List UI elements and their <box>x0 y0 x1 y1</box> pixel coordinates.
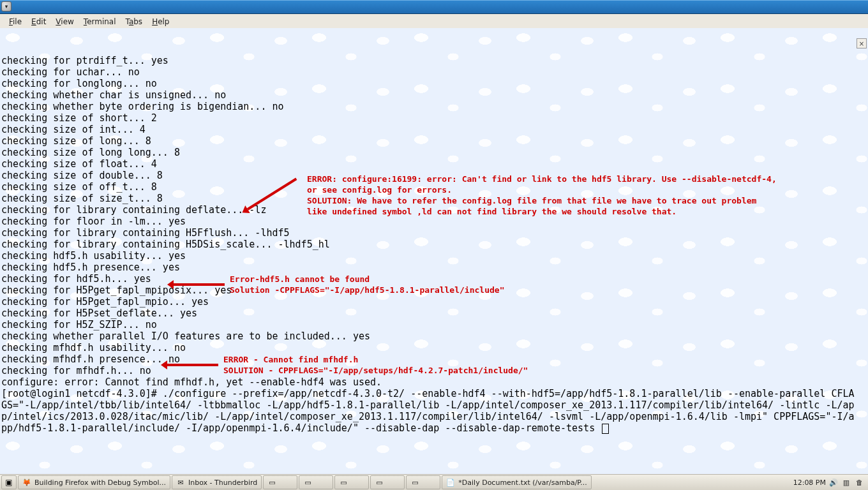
terminal-line: checking for longlong... no <box>1 78 857 89</box>
window-titlebar: ▾ <box>0 0 868 14</box>
system-tray: 12:08 PM 🔊 ▥ 🗑 <box>793 477 867 487</box>
terminal-line: checking size of int... 4 <box>1 124 857 135</box>
show-desktop-button[interactable]: ▣ <box>1 475 17 489</box>
menu-terminal[interactable]: Terminal <box>80 16 120 27</box>
menu-file[interactable]: File <box>5 16 26 27</box>
terminal-line: checking for library containing H5DSis_s… <box>1 239 857 250</box>
taskbar-task[interactable]: ▭ <box>370 475 405 489</box>
terminal-line: checking for H5Pget_fapl_mpio... yes <box>1 296 857 308</box>
annotation-error-2: Error-hdf5.h cannot be found Solution -C… <box>230 274 504 295</box>
taskbar-clock: 12:08 PM <box>793 479 826 487</box>
volume-icon[interactable]: 🔊 <box>828 477 839 487</box>
terminal-line: checking for H5Z_SZIP... no <box>1 319 857 330</box>
menu-edit[interactable]: Edit <box>27 16 50 27</box>
task-icon: 📄 <box>446 478 455 487</box>
taskbar-task[interactable]: 📄*Daily Document.txt (/var/samba/P... <box>442 475 591 489</box>
task-icon: ▭ <box>267 478 276 487</box>
terminal-output[interactable]: checking for ptrdiff_t... yeschecking fo… <box>1 55 857 473</box>
taskbar-task[interactable]: ▭ <box>334 475 369 489</box>
task-label: Inbox - Thunderbird <box>188 479 257 487</box>
task-icon: ▭ <box>339 478 348 487</box>
tab-close-button[interactable]: × <box>857 38 867 48</box>
terminal-line: checking whether char is unsigned... no <box>1 89 857 101</box>
terminal-line: [root@login1 netcdf-4.3.0]# ./configure … <box>1 388 857 434</box>
window-menu-button[interactable]: ▾ <box>1 1 11 11</box>
trash-icon[interactable]: 🗑 <box>854 477 864 487</box>
terminal-line: checking for H5Pset_deflate... yes <box>1 308 857 319</box>
menu-help[interactable]: Help <box>148 16 173 27</box>
terminal-line: checking whether parallel I/O features a… <box>1 330 857 342</box>
annotation-arrow <box>174 283 225 286</box>
terminal-line: checking size of float... 4 <box>1 158 857 170</box>
menu-tabs[interactable]: Tabs <box>122 16 147 27</box>
taskbar-task[interactable]: ▭ <box>299 475 333 489</box>
terminal-line: configure: error: Cannot find mfhdf.h, y… <box>1 376 857 388</box>
tray-menu-icon[interactable]: ▥ <box>841 477 851 487</box>
taskbar: ▣ 🦊Building Firefox with Debug Symbol...… <box>0 474 868 490</box>
taskbar-task[interactable]: ▭ <box>406 475 440 489</box>
terminal-container: × checking for ptrdiff_t... yeschecking … <box>0 28 868 475</box>
terminal-line: checking size of short... 2 <box>1 112 857 124</box>
task-icon: ▭ <box>375 478 384 487</box>
task-icon: 🦊 <box>22 478 31 487</box>
task-icon: ▭ <box>410 478 419 487</box>
task-icon: ✉ <box>176 478 185 487</box>
terminal-line: checking mfhdf.h usability... no <box>1 342 857 353</box>
terminal-line: checking hdf5.h presence... yes <box>1 262 857 273</box>
terminal-line: checking whether byte ordering is bigend… <box>1 101 857 112</box>
taskbar-task[interactable]: ▭ <box>263 475 297 489</box>
terminal-line: checking for uchar... no <box>1 66 857 78</box>
annotation-error-1: ERROR: configure:16199: error: Can't fin… <box>307 174 777 217</box>
terminal-line: checking hdf5.h usability... yes <box>1 250 857 262</box>
terminal-line: checking for library containing H5Fflush… <box>1 227 857 239</box>
annotation-arrow <box>167 364 218 366</box>
menu-view[interactable]: View <box>52 16 77 27</box>
terminal-line: checking size of long... 8 <box>1 135 857 147</box>
terminal-line: checking size of long long... 8 <box>1 147 857 158</box>
task-label: Building Firefox with Debug Symbol... <box>34 479 166 487</box>
taskbar-task[interactable]: 🦊Building Firefox with Debug Symbol... <box>18 475 170 489</box>
terminal-line: checking for floor in -lm... yes <box>1 216 857 227</box>
terminal-cursor <box>602 424 609 434</box>
terminal-line: checking for ptrdiff_t... yes <box>1 55 857 66</box>
task-label: *Daily Document.txt (/var/samba/P... <box>458 479 587 487</box>
task-icon: ▭ <box>303 478 312 487</box>
taskbar-task[interactable]: ✉Inbox - Thunderbird <box>172 475 262 489</box>
annotation-error-3: ERROR - Cannot find mfhdf.h SOLUTION - C… <box>223 354 528 376</box>
